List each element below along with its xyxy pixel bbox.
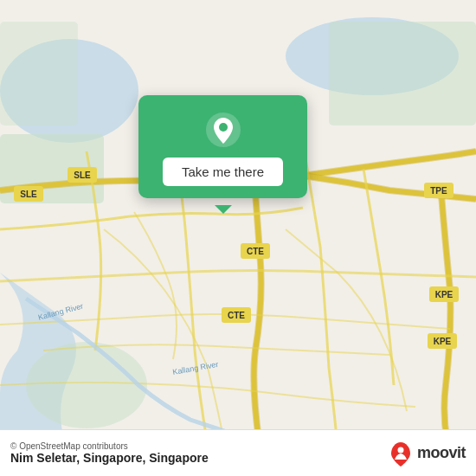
bottom-left-info: © OpenStreetMap contributors Nim Seletar…: [10, 441, 209, 465]
map-container: SLE SLE TPE CTE CTE KPE KPE Kallang Rive…: [0, 0, 476, 476]
svg-text:KPE: KPE: [434, 337, 452, 346]
svg-point-5: [26, 342, 147, 428]
moovit-brand-icon: [388, 441, 414, 466]
moovit-logo: moovit: [388, 441, 466, 466]
svg-point-23: [219, 123, 228, 132]
svg-text:TPE: TPE: [430, 186, 447, 196]
take-me-there-button[interactable]: Take me there: [163, 158, 283, 186]
location-name: Nim Seletar, Singapore, Singapore: [10, 451, 209, 465]
bottom-bar: © OpenStreetMap contributors Nim Seletar…: [0, 429, 476, 476]
svg-rect-4: [0, 22, 78, 125]
osm-credit: © OpenStreetMap contributors: [10, 441, 209, 451]
svg-text:CTE: CTE: [228, 311, 245, 320]
moovit-text: moovit: [417, 444, 466, 462]
location-pin-icon: [204, 111, 242, 149]
svg-text:CTE: CTE: [247, 247, 264, 256]
svg-text:KPE: KPE: [435, 290, 453, 299]
popup-card: Take me there: [138, 95, 307, 198]
svg-point-24: [397, 447, 403, 453]
svg-text:SLE: SLE: [74, 170, 91, 180]
svg-text:SLE: SLE: [20, 190, 37, 199]
map-svg: SLE SLE TPE CTE CTE KPE KPE Kallang Rive…: [0, 0, 476, 476]
svg-rect-3: [329, 22, 476, 125]
